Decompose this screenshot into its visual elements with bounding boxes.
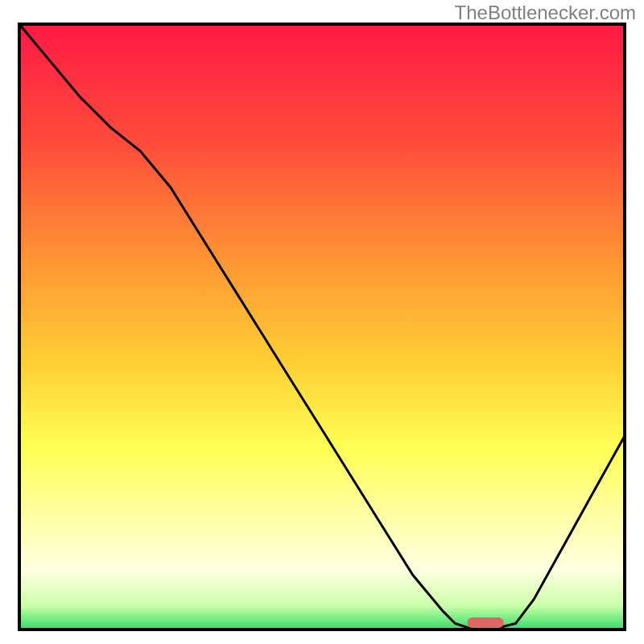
optimal-marker <box>467 617 503 628</box>
gradient-background <box>19 24 625 630</box>
chart-svg <box>0 0 644 644</box>
plot-area <box>19 24 625 630</box>
bottleneck-chart: TheBottlenecker.com <box>0 0 644 644</box>
